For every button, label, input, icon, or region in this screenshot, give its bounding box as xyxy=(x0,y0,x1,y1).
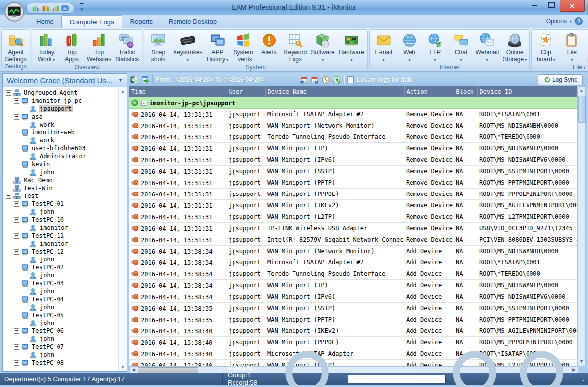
table-row[interactable]: 2016-04-14, 13:31:31jpsupportTP-LINK Wir… xyxy=(129,223,578,234)
tab-home[interactable]: Home xyxy=(28,15,61,28)
tree-expander-icon[interactable] xyxy=(14,217,19,223)
table-row[interactable]: 2016-04-14, 13:31:31jpsupportWAN Minipor… xyxy=(129,200,578,211)
tree-item-administrator[interactable]: Administrator xyxy=(3,152,119,160)
table-row[interactable]: 2016-04-14, 13:38:35jpsupportWAN Minipor… xyxy=(129,314,578,325)
tree-expander-icon[interactable] xyxy=(14,265,19,270)
vscroll-thumb[interactable] xyxy=(578,96,586,123)
tree-expander-icon[interactable] xyxy=(14,281,19,286)
minimize-button[interactable] xyxy=(526,0,543,10)
refresh-go-icon[interactable] xyxy=(333,76,341,84)
table-row[interactable]: 2016-04-14, 13:31:31jpsupportIntel(R) 82… xyxy=(129,234,578,246)
table-vertical-scrollbar[interactable]: ▲ ▼ xyxy=(577,86,586,366)
tree-item-mac-demo[interactable]: Mac Demo xyxy=(3,176,119,184)
tree-expander-icon[interactable] xyxy=(14,130,19,135)
tree-item-testpc-12[interactable]: TestPC-12 xyxy=(3,248,119,256)
group-collapse-icon[interactable] xyxy=(131,99,138,106)
table-row[interactable]: 2016-04-14, 13:38:40jpsupportWAN Minipor… xyxy=(129,325,578,337)
tree-expander-icon[interactable] xyxy=(14,344,19,350)
export-html-icon[interactable] xyxy=(141,76,149,84)
tree-item-asa[interactable]: asa xyxy=(3,113,119,121)
tree-item-test-win[interactable]: Test-Win xyxy=(3,184,119,192)
ribbon-button-ftp[interactable]: FTP▾ xyxy=(422,31,448,64)
tree-expander-icon[interactable] xyxy=(14,233,19,239)
tree-item-testpc-02[interactable]: TestPC-02 xyxy=(3,263,119,271)
table-row[interactable]: 2016-04-14, 13:31:31jpsupportWAN Minipor… xyxy=(129,154,578,166)
ribbon-button-top-apps[interactable]: TopApps xyxy=(59,31,85,63)
ribbon-button-agent-settings[interactable]: AgentSettings xyxy=(3,31,29,63)
ribbon-button-usb-device[interactable]: USBDevice ▾ xyxy=(585,31,588,64)
tree-expander-icon[interactable] xyxy=(6,90,11,96)
table-row[interactable]: 2016-04-14, 13:31:31jpsupportWAN Minipor… xyxy=(129,211,578,223)
column-header-action[interactable]: Action xyxy=(404,86,454,97)
group-row[interactable]: imonitor-jp-pc\jpsupport xyxy=(129,97,578,109)
tree-item-kevin[interactable]: kevin xyxy=(3,160,119,168)
log-sync-button[interactable]: Log Sync xyxy=(538,74,583,85)
column-header-device-id[interactable]: Device ID xyxy=(477,86,578,97)
tree-item-ungrouped-agent[interactable]: Ungrouped Agent xyxy=(3,89,119,97)
table-row[interactable]: 2016-04-14, 13:31:31jpsupportWAN Minipor… xyxy=(129,189,578,200)
tree-item-imonitor-jp-pc[interactable]: imonitor-jp-pc xyxy=(3,97,119,105)
ribbon-button-keyword-logs[interactable]: KeywordLogs xyxy=(282,31,309,63)
tree-item-testpc-05[interactable]: TestPC-05 xyxy=(3,311,119,319)
ribbon-button-system-events[interactable]: SystemEvents xyxy=(231,31,256,63)
table-row[interactable]: 2016-04-14, 13:31:31jpsupportWAN Minipor… xyxy=(129,177,578,189)
tree-item-testpc-08[interactable]: TestPC-08 xyxy=(3,359,119,367)
tree-item-testpc-01[interactable]: TestPC-01 xyxy=(3,200,119,208)
sidebar-dropdown-arrow[interactable]: ▼ xyxy=(118,78,123,83)
ribbon-button-hardware[interactable]: Hardware▾ xyxy=(337,31,366,64)
tree-expander-icon[interactable] xyxy=(14,360,19,366)
column-header-device-name[interactable]: Device Name xyxy=(265,86,404,97)
table-row[interactable]: 2016-04-14, 13:31:31jpsupportWAN Minipor… xyxy=(129,120,578,131)
options-menu[interactable]: Options xyxy=(546,18,567,25)
table-row[interactable]: 2016-04-14, 13:38:35jpsupportWAN Minipor… xyxy=(129,303,578,314)
ribbon-button-web[interactable]: Web▾ xyxy=(397,31,422,64)
tree-item-john[interactable]: john xyxy=(3,351,119,359)
tree-item-testpc-04[interactable]: TestPC-04 xyxy=(3,295,119,303)
tree-expander-icon[interactable] xyxy=(14,328,19,334)
table-row[interactable]: 2016-04-14, 13:38:34jpsupportWAN Minipor… xyxy=(129,280,578,291)
ribbon-button-online-storage[interactable]: OnlineStorage ▾ xyxy=(501,31,529,64)
tree-item-john[interactable]: john xyxy=(3,319,119,327)
ribbon-button-today-work[interactable]: TodayWork ▾ xyxy=(33,31,59,64)
close-button[interactable]: ✕ xyxy=(560,0,585,12)
tree-item-test[interactable]: Test xyxy=(3,192,119,200)
tree-item-testpc-03[interactable]: TestPC-03 xyxy=(3,279,119,287)
tree-item-testpc-11[interactable]: TestPC-11 xyxy=(3,232,119,240)
tree-item-john[interactable]: john xyxy=(3,271,119,279)
tree-item-john[interactable]: john xyxy=(3,287,119,295)
tree-expander-icon[interactable] xyxy=(6,194,11,199)
ribbon-button-chat[interactable]: Chat▾ xyxy=(448,31,474,64)
locate-logs-checkbox[interactable] xyxy=(347,76,354,83)
tree-item-imonitor[interactable]: imonitor xyxy=(3,240,119,248)
ribbon-button-file[interactable]: File▾ xyxy=(559,31,585,64)
help-icon[interactable]: ? xyxy=(575,17,583,25)
zoom-in-icon[interactable] xyxy=(516,347,579,387)
column-header-user[interactable]: User xyxy=(227,86,265,97)
table-row[interactable]: 2016-04-14, 13:31:31jpsupportWAN Minipor… xyxy=(129,166,578,177)
tree-expander-icon[interactable] xyxy=(14,98,19,104)
tree-item-john[interactable]: john xyxy=(3,335,119,343)
ribbon-button-webmail[interactable]: Webmail▾ xyxy=(474,31,501,64)
zoom-out-icon[interactable] xyxy=(449,347,512,387)
tree-item-testpc-07[interactable]: TestPC-07 xyxy=(3,343,119,351)
ribbon-button-traffic-statistics[interactable]: TrafficStatistics xyxy=(113,31,141,63)
tree-scrollbar[interactable]: ▲ ▼ xyxy=(118,87,127,371)
export-excel-icon[interactable] xyxy=(130,76,138,84)
tree-expander-icon[interactable] xyxy=(14,201,19,207)
tree-item-testpc-10[interactable]: TestPC-10 xyxy=(3,216,119,224)
ribbon-button-keystrokes[interactable]: Keystrokes▾ xyxy=(171,31,204,64)
tree-expander-icon[interactable] xyxy=(14,114,19,120)
tree-item-john[interactable]: john xyxy=(3,168,119,176)
sidebar-header[interactable]: Welcome Grace (Standard Us... ▼ xyxy=(3,74,127,87)
clock-icon[interactable] xyxy=(322,76,330,84)
status-search-input[interactable] xyxy=(348,375,446,383)
maximize-button[interactable] xyxy=(543,0,560,10)
tree-scroll-down-icon[interactable]: ▼ xyxy=(119,363,127,371)
group-checkbox-icon[interactable] xyxy=(141,100,147,106)
column-header-block[interactable]: Block xyxy=(454,86,477,97)
ribbon-button-software[interactable]: Software▾ xyxy=(309,31,336,64)
resize-grip-icon[interactable] xyxy=(582,376,585,382)
table-row[interactable]: 2016-04-14, 13:38:34jpsupportTeredo Tunn… xyxy=(129,268,578,280)
app-logo-icon[interactable] xyxy=(4,2,24,22)
table-row[interactable]: 2016-04-14, 13:38:34jpsupportWAN Minipor… xyxy=(129,246,578,257)
